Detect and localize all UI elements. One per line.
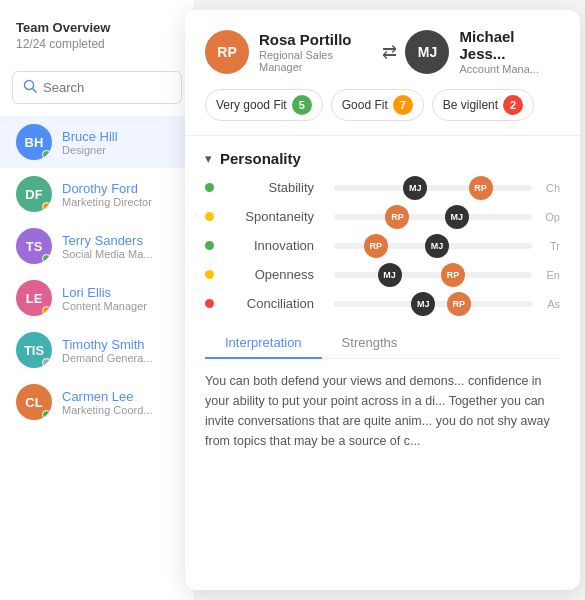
avatar: LE bbox=[16, 280, 52, 316]
trait-chip-mj: MJ bbox=[403, 176, 427, 200]
fit-badge-verygood-label: Very good Fit bbox=[216, 98, 287, 112]
team-list: BH Bruce Hill Designer DF Dorothy Ford M… bbox=[0, 116, 194, 428]
member-name: Lori Ellis bbox=[62, 285, 178, 300]
search-icon bbox=[23, 79, 37, 96]
member-role: Marketing Director bbox=[62, 196, 178, 208]
trait-dot bbox=[205, 212, 214, 221]
trait-row-spontaneity: Spontaneity RP MJ Op bbox=[195, 202, 570, 231]
list-item[interactable]: LE Lori Ellis Content Manager bbox=[0, 272, 194, 324]
personality-traits: Stability MJ RP Ch Spontaneity RP MJ Op … bbox=[185, 173, 580, 318]
trait-chip-mj: MJ bbox=[445, 205, 469, 229]
status-dot bbox=[42, 306, 51, 315]
fit-badge-verygood[interactable]: Very good Fit 5 bbox=[205, 89, 323, 121]
fit-badge-verygood-count: 5 bbox=[292, 95, 312, 115]
team-overview-title: Team Overview bbox=[16, 20, 178, 35]
person2-role: Account Mana... bbox=[459, 63, 560, 75]
member-info: Carmen Lee Marketing Coord... bbox=[62, 389, 178, 416]
status-dot bbox=[42, 358, 51, 367]
svg-line-1 bbox=[33, 89, 37, 93]
trait-row-innovation: Innovation RP MJ Tr bbox=[195, 231, 570, 260]
person1-avatar: RP bbox=[205, 30, 249, 74]
panel-header: RP Rosa Portillo Regional Sales Manager … bbox=[185, 10, 580, 89]
trait-chip-rp: RP bbox=[441, 263, 465, 287]
fit-badge-vigilent-label: Be vigilent bbox=[443, 98, 498, 112]
person1-name: Rosa Portillo bbox=[259, 31, 374, 48]
member-role: Content Manager bbox=[62, 300, 178, 312]
trait-right-label: Tr bbox=[540, 240, 560, 252]
person2-avatar: MJ bbox=[405, 30, 449, 74]
member-info: Terry Sanders Social Media Ma... bbox=[62, 233, 178, 260]
fit-badge-good-count: 7 bbox=[393, 95, 413, 115]
trait-bar-stability: MJ RP bbox=[334, 185, 532, 191]
trait-chip-rp: RP bbox=[364, 234, 388, 258]
trait-chip-mj: MJ bbox=[378, 263, 402, 287]
fit-badge-good-label: Good Fit bbox=[342, 98, 388, 112]
chevron-down-icon[interactable]: ▾ bbox=[205, 151, 212, 166]
trait-right-label: En bbox=[540, 269, 560, 281]
avatar: CL bbox=[16, 384, 52, 420]
avatar: BH bbox=[16, 124, 52, 160]
comparison-panel: RP Rosa Portillo Regional Sales Manager … bbox=[185, 10, 580, 590]
trait-chip-rp: RP bbox=[447, 292, 471, 316]
person1-info: Rosa Portillo Regional Sales Manager bbox=[259, 31, 374, 73]
member-name: Bruce Hill bbox=[62, 129, 178, 144]
trait-dot bbox=[205, 299, 214, 308]
trait-chip-mj: MJ bbox=[425, 234, 449, 258]
personality-title: Personality bbox=[220, 150, 301, 167]
member-name: Dorothy Ford bbox=[62, 181, 178, 196]
search-input[interactable] bbox=[43, 80, 171, 95]
trait-bar-conciliation: MJ RP bbox=[334, 301, 532, 307]
fit-badges: Very good Fit 5 Good Fit 7 Be vigilent 2 bbox=[185, 89, 580, 135]
trait-name: Openness bbox=[224, 267, 314, 282]
avatar: TIS bbox=[16, 332, 52, 368]
trait-name: Innovation bbox=[224, 238, 314, 253]
fit-badge-good[interactable]: Good Fit 7 bbox=[331, 89, 424, 121]
member-info: Bruce Hill Designer bbox=[62, 129, 178, 156]
trait-chip-rp: RP bbox=[385, 205, 409, 229]
trait-right-label: Op bbox=[540, 211, 560, 223]
trait-bar-spontaneity: RP MJ bbox=[334, 214, 532, 220]
swap-icon[interactable]: ⇄ bbox=[374, 41, 405, 63]
list-item[interactable]: CL Carmen Lee Marketing Coord... bbox=[0, 376, 194, 428]
trait-name: Stability bbox=[224, 180, 314, 195]
person2-info: Michael Jess... Account Mana... bbox=[459, 28, 560, 75]
tab-strengths[interactable]: Strengths bbox=[322, 328, 418, 359]
member-name: Carmen Lee bbox=[62, 389, 178, 404]
team-overview: Team Overview 12/24 completed bbox=[0, 0, 194, 63]
trait-name: Spontaneity bbox=[224, 209, 314, 224]
list-item[interactable]: TS Terry Sanders Social Media Ma... bbox=[0, 220, 194, 272]
avatar: DF bbox=[16, 176, 52, 212]
trait-row-openness: Openness MJ RP En bbox=[195, 260, 570, 289]
trait-right-label: Ch bbox=[540, 182, 560, 194]
trait-chip-mj: MJ bbox=[411, 292, 435, 316]
list-item[interactable]: BH Bruce Hill Designer bbox=[0, 116, 194, 168]
fit-badge-vigilent[interactable]: Be vigilent 2 bbox=[432, 89, 534, 121]
interpretation-body: You can both defend your views and demon… bbox=[185, 359, 580, 463]
trait-dot bbox=[205, 241, 214, 250]
trait-row-stability: Stability MJ RP Ch bbox=[195, 173, 570, 202]
tab-interpretation[interactable]: Interpretation bbox=[205, 328, 322, 359]
section-divider bbox=[185, 135, 580, 136]
list-item[interactable]: TIS Timothy Smith Demand Genera... bbox=[0, 324, 194, 376]
member-info: Lori Ellis Content Manager bbox=[62, 285, 178, 312]
trait-right-label: As bbox=[540, 298, 560, 310]
trait-bar-innovation: RP MJ bbox=[334, 243, 532, 249]
member-role: Marketing Coord... bbox=[62, 404, 178, 416]
status-dot bbox=[42, 254, 51, 263]
list-item[interactable]: DF Dorothy Ford Marketing Director bbox=[0, 168, 194, 220]
status-dot bbox=[42, 150, 51, 159]
personality-header: ▾ Personality bbox=[185, 140, 580, 173]
trait-bar-openness: MJ RP bbox=[334, 272, 532, 278]
left-panel: Team Overview 12/24 completed BH Bruce H… bbox=[0, 0, 195, 600]
trait-name: Conciliation bbox=[224, 296, 314, 311]
member-role: Designer bbox=[62, 144, 178, 156]
person1-card: RP Rosa Portillo Regional Sales Manager bbox=[205, 30, 374, 74]
status-dot bbox=[42, 202, 51, 211]
person2-card: MJ Michael Jess... Account Mana... bbox=[405, 28, 560, 75]
person2-name: Michael Jess... bbox=[459, 28, 560, 62]
person1-role: Regional Sales Manager bbox=[259, 49, 374, 73]
avatar: TS bbox=[16, 228, 52, 264]
search-box[interactable] bbox=[12, 71, 182, 104]
member-name: Timothy Smith bbox=[62, 337, 178, 352]
interpretation-tabs: Interpretation Strengths bbox=[205, 328, 560, 359]
